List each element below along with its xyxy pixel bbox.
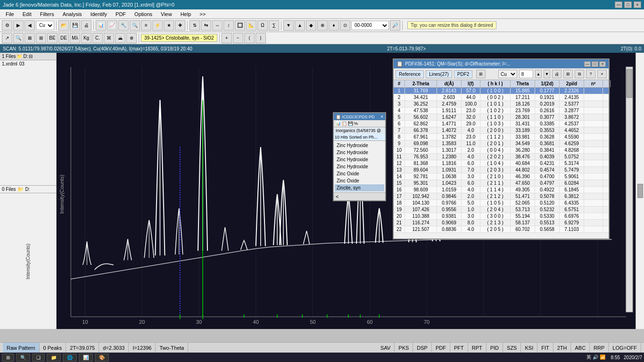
maximize-btn[interactable]: □	[624, 1, 632, 8]
tb2-btn-unzoom[interactable]: −	[233, 33, 243, 43]
tab-lines[interactable]: Lines(27)	[426, 70, 452, 78]
status-rrp[interactable]: RRP	[590, 343, 609, 353]
tb-btn-3[interactable]: ◀	[25, 20, 35, 31]
pdf-list-item-4[interactable]: Zinc Oxide	[335, 170, 384, 177]
search-button[interactable]: 🔍	[16, 354, 30, 362]
status-pft[interactable]: PFT	[450, 343, 468, 353]
status-abc[interactable]: ABC	[571, 343, 590, 353]
menu-file[interactable]: File	[2, 10, 18, 18]
pdf-row-21[interactable]: 21116.2740.90698.0( 2 1 3 )58.1370.55136…	[394, 220, 609, 226]
pdf-row-3[interactable]: 336.2522.4759100.0( 1 0 1 )18.1260.20192…	[394, 101, 609, 107]
tb-btn-27[interactable]: ♦	[329, 20, 339, 31]
tb-btn-10[interactable]: 🔍	[130, 20, 140, 31]
tb2-btn-zoom[interactable]: +	[222, 33, 232, 43]
pdf-list-item-5[interactable]: Zinc Oxide	[335, 177, 384, 184]
tb-btn-11[interactable]: ≡	[141, 20, 151, 31]
tb-btn-28[interactable]: ⊙	[340, 20, 350, 31]
tb2-nav-2[interactable]: ⟩	[256, 33, 266, 43]
pdf-popup-header[interactable]: 📋 ICDD/JCPDS PD ×	[334, 113, 385, 120]
menu-analysis[interactable]: Analysis	[59, 10, 86, 18]
scroll-thumb[interactable]	[637, 184, 643, 198]
tb2-btn-8[interactable]: Kg	[81, 33, 91, 43]
tb-btn-9[interactable]: 🔧	[118, 20, 129, 31]
status-pks[interactable]: PKS	[395, 343, 413, 353]
pdf-row-6[interactable]: 662.8621.477129.0( 1 0 3 )31.4310.33854.…	[394, 121, 609, 127]
pdf-row-11[interactable]: 1176.9531.23804.0( 2 0 2 )38.4760.40395.…	[394, 154, 609, 160]
col-2pid[interactable]: 2pi/d	[560, 80, 584, 87]
pdf-up-btn[interactable]: ▲	[535, 70, 542, 78]
pdf-row-19[interactable]: 19107.4260.95561.0( 2 0 4 )53.7130.52326…	[394, 206, 609, 213]
pdf-dialog-title-bar[interactable]: 📋 PDF#36-1451: QM=Star(S); d=Diffractome…	[394, 59, 609, 68]
minimize-btn[interactable]: —	[615, 1, 622, 8]
file-item-1[interactable]: 1.xrdml 03	[0, 60, 56, 67]
browser-btn[interactable]: 🌐	[63, 354, 77, 362]
pdf-table-body[interactable]: 131.7692.814357.0( 1 0 0 )15.8850.17772.…	[394, 88, 609, 239]
pdf-maximize[interactable]: □	[592, 61, 598, 67]
paint-btn[interactable]: 🎨	[95, 354, 109, 362]
tb-btn-18[interactable]: ↕	[223, 20, 234, 31]
pdf-list-item-0[interactable]: Zinc Hydroxide	[335, 142, 384, 149]
right-panel-scroll[interactable]	[637, 58, 643, 324]
tb-btn-23[interactable]: ▼	[283, 20, 294, 31]
pdf-row-20[interactable]: 20110.3880.93813.0( 3 0 0 )55.1940.53306…	[394, 213, 609, 220]
status-ksi[interactable]: KSI	[521, 343, 537, 353]
tb2-btn-5[interactable]: BE	[47, 33, 58, 43]
col-I[interactable]: I(f)	[462, 80, 480, 87]
pdf-row-16[interactable]: 1698.6091.01594.0( 1 1 4 )49.3050.49226.…	[394, 187, 609, 193]
pdf-list-item-6[interactable]: Zincite, syn	[335, 184, 384, 191]
pdf-cancel-btn[interactable]: ×	[597, 70, 607, 78]
tb-btn-7[interactable]: 📊	[96, 20, 106, 31]
pdf-row-7[interactable]: 766.3781.40724.0( 2 0 0 )33.1890.35534.4…	[394, 127, 609, 134]
tb2-btn-10[interactable]: ⌘	[104, 33, 114, 43]
menu-filters[interactable]: Filters	[36, 10, 58, 18]
files-toggle[interactable]: ⊟	[29, 54, 33, 59]
tb2-nav-1[interactable]: ⟨	[244, 33, 255, 43]
close-btn[interactable]: ×	[634, 1, 641, 8]
col-hkl[interactable]: ( h k l )	[480, 80, 511, 87]
tb-btn-1[interactable]: ⚙	[2, 20, 12, 31]
status-2th[interactable]: 2TH	[553, 343, 571, 353]
pdf-minimize[interactable]: —	[584, 61, 591, 67]
status-rpt[interactable]: RPT	[468, 343, 487, 353]
tb2-btn-12[interactable]: ⊕	[126, 33, 137, 43]
tb-btn-15[interactable]: ⇅	[190, 20, 200, 31]
tb-btn-24[interactable]: ▲	[295, 20, 305, 31]
pdf-row-14[interactable]: 1492.7811.06383.0( 2 1 0 )46.3900.47005.…	[394, 173, 609, 180]
file-explorer-btn[interactable]: 📁	[47, 354, 61, 362]
tb-btn-22[interactable]: ∑	[269, 20, 279, 31]
tb-btn-14[interactable]: ✚	[175, 20, 185, 31]
tb-btn-19[interactable]: 🔲	[235, 20, 245, 31]
tb-btn-2[interactable]: ▶	[13, 20, 24, 31]
tb2-btn-9[interactable]: C.	[92, 33, 103, 43]
tb-btn-13[interactable]: ★	[164, 20, 174, 31]
tb-btn-8[interactable]: 📈	[107, 20, 117, 31]
pdf-icon-btn[interactable]: ⊞	[476, 70, 486, 78]
pdf-popup-arrow[interactable]: <	[334, 192, 385, 200]
tb-btn-21[interactable]: Ω	[257, 20, 268, 31]
tb2-btn-6[interactable]: DE	[58, 33, 69, 43]
tb-btn-25[interactable]: ◆	[306, 20, 316, 31]
pdf-row-9[interactable]: 969.0981.358311.0( 2 0 1 )34.5490.36814.…	[394, 140, 609, 147]
tb2-btn-4[interactable]: ⊞	[36, 33, 46, 43]
pdf-copy-btn[interactable]: ⧉	[575, 70, 584, 78]
tb-btn-4[interactable]: 📂	[58, 20, 69, 31]
tb-btn-5[interactable]: 💾	[70, 20, 80, 31]
pdf-combo[interactable]: 00-0000	[351, 21, 389, 30]
col-2theta[interactable]: 2-Theta	[405, 80, 437, 87]
pdf-row-2[interactable]: 234.4212.60344.0( 0 0 2 )17.2110.19212.4…	[394, 94, 609, 101]
status-log[interactable]: LOG=OFF	[609, 343, 641, 353]
pdf-row-1[interactable]: 131.7692.814357.0( 1 0 0 )15.8850.17772.…	[394, 88, 609, 94]
element-combo[interactable]: Cu	[36, 21, 54, 30]
pdf-grid-btn[interactable]: ⊞	[563, 70, 573, 78]
menu-view[interactable]: View	[157, 10, 176, 18]
pdf-close[interactable]: ×	[599, 61, 606, 67]
tb2-btn-2[interactable]: 🔍	[13, 33, 24, 43]
pdf-row-13[interactable]: 1389.6041.09317.0( 2 0 3 )44.8020.45745.…	[394, 167, 609, 173]
element-select[interactable]: Cu	[498, 70, 517, 78]
pdf-down-btn[interactable]: ▼	[544, 70, 550, 78]
menu-options[interactable]: Options	[131, 10, 156, 18]
pdf-popup-close[interactable]: ×	[380, 114, 383, 119]
pdf-row-8[interactable]: 867.9611.378223.0( 1 1 2 )33.9810.36284.…	[394, 134, 609, 140]
tb2-btn-11[interactable]: ⛰	[115, 33, 125, 43]
status-pdf[interactable]: PDF	[432, 343, 450, 353]
